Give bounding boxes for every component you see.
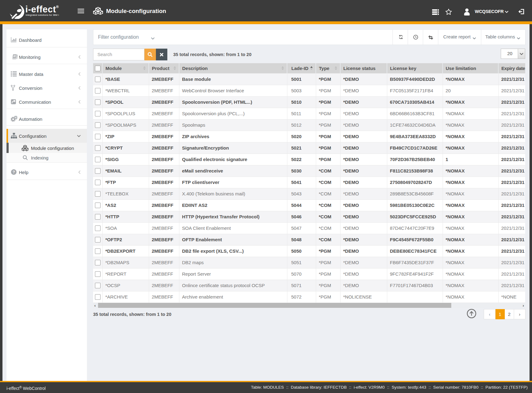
svg-text:?: ?: [13, 170, 15, 174]
